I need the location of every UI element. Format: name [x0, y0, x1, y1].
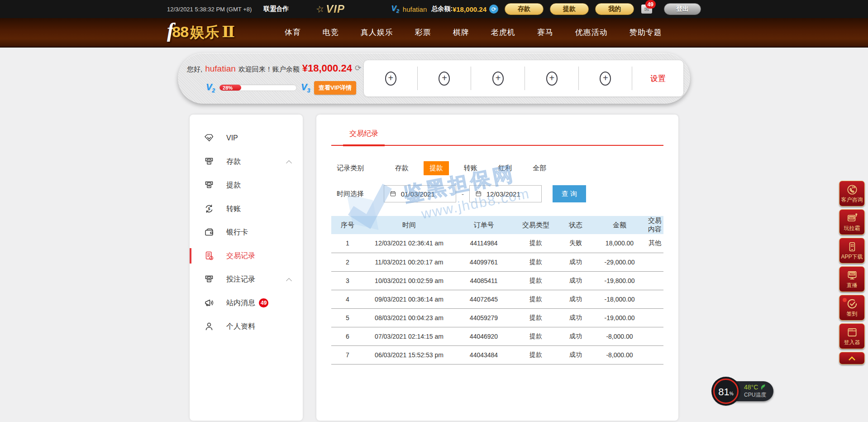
refresh-balance-icon[interactable]: ⟳ [355, 63, 361, 73]
search-button[interactable]: 查 询 [553, 185, 586, 202]
col-time: 时间 [364, 216, 454, 234]
slot-machine-icon: 777 [846, 212, 858, 224]
cpu-percent: 81 [718, 386, 729, 398]
sidebar-item-messages[interactable]: 站内消息 49 [190, 291, 303, 315]
transaction-record-icon [203, 250, 215, 261]
sidebar-item-withdraw[interactable]: 提款 [190, 173, 303, 197]
status-badge: 成功 [558, 308, 593, 327]
check-in-button[interactable]: 签到 [839, 295, 865, 321]
nav-item-horse-racing[interactable]: 赛马 [526, 27, 564, 38]
live-monitor-icon: LIVE [846, 269, 858, 281]
sidebar-item-label: 银行卡 [226, 228, 248, 237]
collapse-floaters-button[interactable] [839, 352, 865, 364]
date-from-input[interactable] [401, 190, 450, 198]
add-slot-button-2[interactable]: + [418, 60, 472, 96]
nav-item-lottery[interactable]: 彩票 [404, 27, 442, 38]
calendar-icon [475, 190, 482, 198]
deposit-atm-icon [203, 156, 215, 167]
balance-value: ¥18,000.24 [453, 5, 486, 13]
mine-button[interactable]: 我的 [595, 3, 634, 15]
refresh-balance-icon[interactable]: ⟳ [489, 5, 498, 14]
sidebar-item-label: 交易记录 [226, 251, 255, 261]
account-sidebar: VIP 存款 提款 $ 转账 银行卡 [190, 115, 303, 421]
top-bar: 12/3/2021 5:38:32 PM (GMT +8) 联盟合作 ☆ VIP… [0, 0, 868, 18]
launcher-button[interactable]: 登入器 [839, 323, 865, 349]
date-from-field[interactable] [384, 185, 456, 202]
partner-link[interactable]: 联盟合作 [263, 5, 289, 13]
notification-dot [843, 298, 847, 302]
status-badge: 失败 [558, 234, 593, 253]
settings-button[interactable]: 设置 [632, 60, 683, 96]
col-amount: 金额 [593, 216, 646, 234]
app-download-button[interactable]: APP下载 [839, 238, 865, 264]
filter-withdraw[interactable]: 提款 [424, 161, 449, 175]
plus-circle-icon: + [600, 72, 611, 86]
table-row: 112/03/2021 02:36:41 am44114984提款失败18,00… [331, 234, 663, 253]
message-button[interactable]: ✉ 49 [641, 5, 652, 14]
add-slot-button-4[interactable]: + [525, 60, 579, 96]
nav-item-live-casino[interactable]: 真人娱乐 [350, 27, 404, 38]
vip-logo[interactable]: ☆ VIP [316, 3, 345, 15]
sidebar-item-bankcard[interactable]: 银行卡 [190, 221, 303, 244]
vip-level-badge: V2 [391, 4, 399, 14]
sidebar-item-transfer[interactable]: $ 转账 [190, 197, 303, 221]
nav-item-sports[interactable]: 体育 [274, 27, 312, 38]
sidebar-item-label: 存款 [226, 157, 241, 167]
date-to-input[interactable] [486, 190, 536, 198]
tab-bar: 交易纪录 [331, 127, 663, 146]
add-slot-button-1[interactable]: + [364, 60, 418, 96]
date-to-field[interactable] [469, 185, 542, 202]
vip-current-badge: V2 [206, 82, 215, 94]
table-row: 706/03/2021 15:52:53 pm44043484提款成功-8,00… [331, 345, 663, 364]
quick-actions-panel: + + + + + 设置 [363, 60, 684, 97]
table-row: 607/03/2021 02:14:15 am44046920提款成功-8,00… [331, 327, 663, 345]
main-nav: f88娱乐Ⅱ 体育 电竞 真人娱乐 彩票 棋牌 老虎机 赛马 优惠活动 赞助专题 [0, 18, 868, 48]
message-count-badge: 49 [645, 0, 656, 9]
sidebar-item-transactions[interactable]: 交易记录 [190, 244, 303, 268]
datetime-text: 12/3/2021 5:38:32 PM (GMT +8) [167, 6, 252, 13]
cpu-usage-gauge: 81 % [713, 379, 739, 404]
withdraw-button[interactable]: 提款 [550, 3, 589, 15]
filter-bonus[interactable]: 红利 [492, 161, 518, 175]
add-slot-button-5[interactable]: + [579, 60, 633, 96]
svg-text:777: 777 [849, 216, 853, 219]
site-logo[interactable]: f88娱乐Ⅱ [167, 22, 235, 43]
nav-menu: 体育 电竞 真人娱乐 彩票 棋牌 老虎机 赛马 优惠活动 赞助专题 [274, 27, 673, 38]
svg-text:$: $ [208, 206, 210, 211]
tab-transaction-records[interactable]: 交易纪录 [343, 127, 385, 145]
transaction-records-panel: 交易纪录 记录类别 存款 提款 转账 红利 全部 时间选择 - 查 询 [316, 115, 678, 421]
welcome-line: 您好, hufatian 欢迎回来！账户余额 ¥18,000.24 ⟳ [187, 62, 361, 74]
col-status: 状态 [558, 216, 593, 234]
nav-item-slots[interactable]: 老虎机 [480, 27, 526, 38]
balance-label: 总余额: [431, 5, 453, 13]
welcome-username: hufatian [205, 64, 236, 74]
slots-button[interactable]: 777 玩拉霸 [839, 209, 865, 235]
table-row: 211/03/2021 00:20:17 am44099761提款成功-29,0… [331, 253, 663, 271]
nav-item-promotions[interactable]: 优惠活动 [564, 27, 619, 38]
vip-detail-button[interactable]: 查看VIP详情 [314, 81, 356, 95]
transfer-dollar-icon: $ [203, 203, 215, 214]
logout-button[interactable]: 登出 [664, 3, 701, 15]
sidebar-item-profile[interactable]: 个人资料 [190, 315, 303, 338]
mobile-app-icon [846, 241, 858, 253]
add-slot-button-3[interactable]: + [471, 60, 525, 96]
deposit-button[interactable]: 存款 [505, 3, 544, 15]
live-stream-button[interactable]: LIVE 直播 [839, 266, 865, 292]
withdraw-atm-icon [203, 180, 215, 191]
nav-item-board-games[interactable]: 棋牌 [442, 27, 480, 38]
sidebar-item-vip[interactable]: VIP [190, 126, 303, 150]
vip-progress-line: V2 28% V3 查看VIP详情 [206, 81, 361, 95]
filter-deposit[interactable]: 存款 [389, 161, 415, 175]
status-badge: 成功 [558, 345, 593, 364]
sidebar-item-label: VIP [226, 134, 238, 142]
sidebar-item-betting-record[interactable]: 投注记录 [190, 268, 303, 291]
filter-transfer[interactable]: 转账 [458, 161, 483, 175]
nav-item-sponsor[interactable]: 赞助专题 [619, 27, 673, 38]
person-icon [203, 321, 215, 332]
filter-all[interactable]: 全部 [527, 161, 552, 175]
sidebar-item-deposit[interactable]: 存款 [190, 150, 303, 173]
chevron-up-icon [849, 356, 856, 363]
customer-service-button[interactable]: 24 客户咨询 [839, 181, 865, 206]
nav-item-esports[interactable]: 电竞 [312, 27, 350, 38]
plus-circle-icon: + [385, 72, 396, 86]
